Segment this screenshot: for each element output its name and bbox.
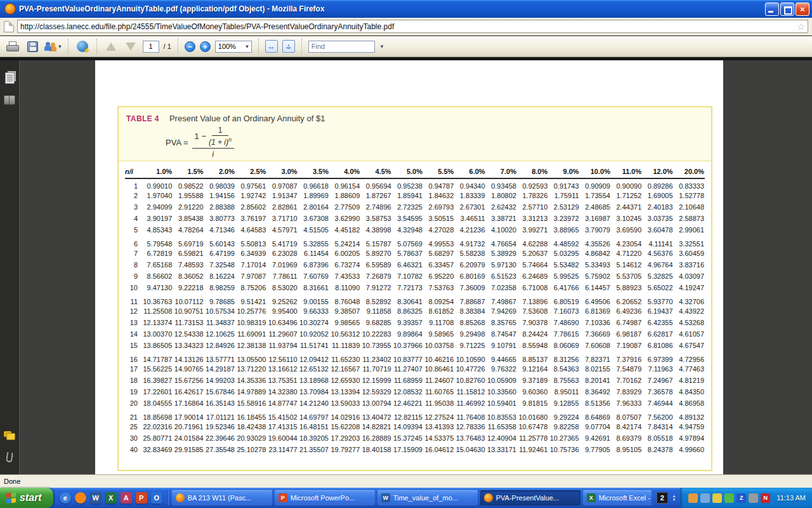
comments-icon[interactable] bbox=[4, 431, 15, 440]
toolbar-separator bbox=[178, 39, 178, 54]
value-cell: 5.03295 bbox=[548, 248, 579, 259]
next-page-button[interactable] bbox=[123, 38, 138, 55]
value-cell: 10.36763 bbox=[141, 293, 173, 305]
start-button[interactable]: start bbox=[0, 488, 53, 508]
value-cell: 0.89286 bbox=[642, 178, 673, 190]
pdf-canvas[interactable]: TABLE 4 Present Value of an Ordinary Ann… bbox=[20, 60, 812, 474]
value-cell: 6.95220 bbox=[423, 271, 454, 282]
web-button[interactable] bbox=[75, 38, 90, 55]
network-icon[interactable] bbox=[700, 493, 710, 503]
messenger-icon[interactable] bbox=[688, 493, 698, 503]
value-cell: 6.19437 bbox=[642, 305, 673, 317]
value-cell: 14.53375 bbox=[423, 432, 454, 444]
search-icon[interactable] bbox=[4, 95, 15, 104]
value-cell: 7.02358 bbox=[486, 282, 517, 293]
value-cell: 23.11477 bbox=[266, 444, 298, 455]
value-cell: 11.25508 bbox=[141, 305, 173, 317]
value-cell: 12.46221 bbox=[392, 398, 423, 409]
excel-icon[interactable]: X bbox=[105, 492, 117, 504]
pages-panel-icon[interactable] bbox=[5, 72, 15, 84]
previous-page-button[interactable] bbox=[103, 38, 119, 55]
table-header-panel: TABLE 4 Present Value of an Ordinary Ann… bbox=[119, 107, 711, 161]
value-cell: 13.05500 bbox=[235, 351, 266, 363]
fit-width-button[interactable]: ↔ bbox=[265, 40, 278, 53]
bookmark-star-icon[interactable]: ☆ bbox=[797, 22, 805, 31]
taskbar-task[interactable]: BA 213 W11 (Pasc... bbox=[172, 490, 272, 505]
value-cell: 4.11141 bbox=[642, 236, 673, 248]
find-input[interactable] bbox=[309, 43, 404, 50]
minimize-button[interactable] bbox=[765, 3, 779, 16]
url-input[interactable] bbox=[20, 22, 797, 31]
value-cell: 4.53268 bbox=[674, 317, 705, 328]
restore-button[interactable] bbox=[780, 3, 794, 16]
value-cell: 11.29607 bbox=[266, 328, 298, 340]
value-cell: 22.02316 bbox=[141, 421, 173, 432]
toolbar-separator bbox=[258, 39, 259, 54]
value-cell: 8.85137 bbox=[517, 351, 548, 363]
find-field[interactable] bbox=[308, 41, 375, 53]
period-cell: 13 bbox=[125, 317, 141, 328]
period-cell: 19 bbox=[125, 386, 141, 398]
url-field[interactable]: ☆ bbox=[17, 20, 808, 33]
value-cell: 5.53482 bbox=[548, 259, 579, 271]
value-cell: 14.32380 bbox=[266, 386, 298, 398]
outlook-icon[interactable]: O bbox=[151, 492, 162, 504]
value-cell: 6.80169 bbox=[454, 271, 485, 282]
taskbar-task[interactable]: PVA-PresentValue... bbox=[480, 490, 580, 505]
value-cell: 6.62817 bbox=[642, 328, 673, 340]
taskbar-task[interactable]: PMicrosoft PowerPo... bbox=[275, 490, 375, 505]
value-cell: 8.31661 bbox=[298, 282, 329, 293]
value-cell: 16.04612 bbox=[423, 444, 454, 455]
period-cell: 1 bbox=[125, 178, 141, 190]
page-number-input[interactable] bbox=[143, 41, 159, 53]
value-cell: 2.48685 bbox=[580, 201, 611, 213]
value-cell: 14.09394 bbox=[392, 421, 423, 432]
close-button[interactable]: × bbox=[796, 3, 809, 16]
print-button[interactable] bbox=[5, 38, 20, 55]
value-cell: 5.20637 bbox=[517, 248, 548, 259]
value-cell: 16.28889 bbox=[360, 432, 391, 444]
attachments-icon[interactable] bbox=[6, 451, 13, 462]
zoom-out-button[interactable]: − bbox=[185, 41, 195, 52]
fit-page-button[interactable]: ↔↕ bbox=[282, 40, 295, 53]
value-cell: 4.27028 bbox=[423, 224, 454, 236]
value-cell: 7.56200 bbox=[642, 409, 673, 421]
toolbar-separator bbox=[301, 39, 302, 54]
access-icon[interactable]: A bbox=[121, 492, 132, 504]
value-cell: 7.54879 bbox=[611, 363, 642, 375]
toolbar-chevrons-icon[interactable]: ▴▾ bbox=[673, 494, 676, 502]
save-button[interactable] bbox=[25, 38, 40, 55]
antivirus-icon[interactable] bbox=[724, 493, 734, 503]
value-cell: 25.10278 bbox=[235, 444, 266, 455]
taskbar-task[interactable]: XMicrosoft Excel - r... bbox=[583, 490, 652, 505]
value-cell: 0.93458 bbox=[486, 178, 517, 190]
value-cell: 4.19247 bbox=[674, 282, 705, 293]
collaborate-button[interactable]: ▾ bbox=[44, 38, 62, 55]
value-cell: 8.86325 bbox=[392, 305, 423, 317]
volume-icon[interactable] bbox=[749, 493, 758, 503]
language-indicator[interactable]: 2 bbox=[657, 492, 668, 504]
powerpoint-icon[interactable]: P bbox=[136, 492, 147, 504]
table-row: 2522.0231620.7196119.5234618.4243817.413… bbox=[125, 421, 705, 432]
value-cell: 3.60459 bbox=[674, 248, 705, 259]
value-cell: 3.99271 bbox=[517, 224, 548, 236]
value-cell: 5.14612 bbox=[611, 259, 642, 271]
column-header: 2.0% bbox=[204, 164, 235, 178]
zoom-in-button[interactable]: + bbox=[200, 41, 211, 52]
internet-explorer-icon[interactable]: e bbox=[60, 492, 71, 504]
value-cell: 1.73554 bbox=[580, 190, 611, 201]
taskbar-tasks: BA 213 W11 (Pasc...PMicrosoft PowerPo...… bbox=[168, 490, 652, 505]
value-cell: 4.38998 bbox=[360, 224, 391, 236]
value-cell: 9.00155 bbox=[298, 293, 329, 305]
security-shield-icon[interactable] bbox=[712, 493, 722, 503]
word-icon[interactable]: W bbox=[90, 492, 102, 504]
netsupport-icon[interactable]: N bbox=[761, 493, 770, 503]
zoom-level-select[interactable]: 100%▾ bbox=[215, 41, 252, 53]
taskbar-task[interactable]: WTime_value_of_mo... bbox=[377, 490, 478, 505]
zonealarm-icon[interactable]: Z bbox=[737, 493, 746, 503]
value-cell: 5.74664 bbox=[517, 259, 548, 271]
value-cell: 4.23054 bbox=[611, 236, 642, 248]
firefox-icon[interactable] bbox=[75, 492, 86, 504]
column-header: 10.0% bbox=[580, 164, 611, 178]
value-cell: 4.71220 bbox=[611, 248, 642, 259]
